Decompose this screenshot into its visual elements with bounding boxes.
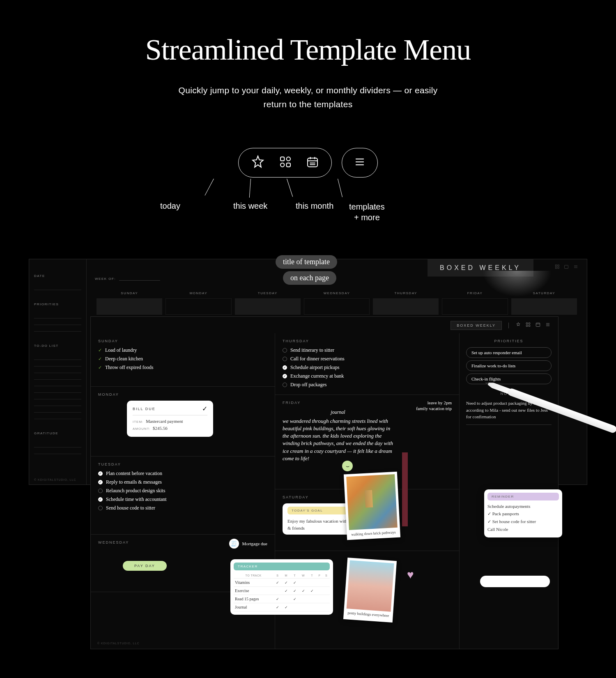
grid-icon[interactable] [525, 322, 531, 329]
svg-rect-23 [526, 325, 528, 327]
white-pill [480, 576, 550, 587]
page-title: Streamlined Template Menu [0, 33, 616, 67]
priority-item: Check-in flights [466, 374, 552, 384]
star-icon[interactable] [515, 322, 521, 329]
label-week: this week [233, 201, 267, 211]
priority-item: Finalize work to-do lists [466, 360, 552, 371]
title-badge: title of template on each page [276, 255, 337, 287]
heart-sticker: ♥ [407, 568, 414, 581]
gratitude-label: GRATITUDE [34, 431, 81, 435]
tuesday-block: TUESDAY ✓Plan content before vacation ✓R… [91, 457, 275, 535]
svg-rect-4 [308, 158, 317, 167]
payday-pill: PAY DAY [123, 561, 167, 571]
todo-label: TO-DO LIST [34, 344, 81, 348]
svg-rect-3 [287, 163, 290, 167]
label-month: this month [296, 201, 333, 211]
copyright: © KDIGITALSTUDIO, LLC [97, 642, 140, 645]
date-label: DATE [34, 274, 81, 278]
tracker-card: TRACKER TO TRACKSMTWTFS Vitamins✓✓✓ Exer… [230, 559, 333, 615]
menu-pill [342, 148, 378, 178]
star-icon[interactable] [251, 155, 265, 171]
bill-card: BILL DUE✓ ITEM:Mastercard payment AMOUNT… [127, 401, 213, 437]
priorities-heading: PRIORITIES [466, 339, 552, 343]
sunday-block: SUNDAY ✓Load of laundry ✓Deep clean kitc… [91, 333, 275, 387]
svg-rect-22 [529, 323, 530, 324]
tape-sticker [365, 490, 373, 508]
label-today: today [160, 201, 180, 211]
boxed-weekly-badge: BOXED WEEKLY [428, 259, 533, 277]
photo-polaroid-2: pretty buildings everywhere [343, 558, 397, 623]
svg-rect-25 [536, 323, 540, 327]
reminder-card: REMINDER Schedule autopayments ✓ Pack pa… [484, 489, 562, 537]
svg-rect-0 [280, 157, 284, 161]
priority-item: Set up auto responder email [466, 347, 552, 358]
svg-rect-2 [280, 163, 284, 167]
vacation-note: leave by 2pm family vacation trip [416, 400, 452, 412]
template-name-badge: BOXED WEEKLY [451, 321, 502, 330]
calendar-icon[interactable] [306, 155, 319, 170]
nav-pill [238, 148, 332, 178]
label-templates: templates+ more [349, 201, 385, 223]
calendar-icon[interactable] [535, 322, 541, 329]
copyright: © KDIGITALSTUDIO, LLC [34, 478, 76, 481]
page-subtitle: Quickly jump to your daily, weekly, or m… [0, 83, 616, 111]
mortgage-badge: 🧾 Mortgage due [229, 539, 267, 549]
red-bar-sticker [402, 452, 408, 526]
hamburger-icon[interactable] [353, 155, 367, 171]
svg-rect-1 [287, 157, 290, 161]
front-template: BOXED WEEKLY SUNDAY ✓Load of laundry ✓De… [90, 316, 559, 649]
grid-icon[interactable] [279, 155, 292, 170]
thursday-block: THURSDAY Send itinerary to sitter Call f… [275, 333, 459, 395]
svg-rect-24 [529, 325, 530, 327]
smiley-sticker: ⌣ [342, 461, 353, 471]
receipt-icon: 🧾 [229, 539, 239, 549]
menu-diagram: today this week this month templates+ mo… [185, 148, 431, 230]
priorities-label: PRIORITIES [34, 302, 81, 306]
monday-block: MONDAY BILL DUE✓ ITEM:Mastercard payment… [91, 387, 275, 457]
weekof-label: WEEK OF: [95, 277, 116, 281]
hamburger-icon[interactable] [545, 322, 551, 329]
svg-rect-21 [526, 323, 528, 324]
